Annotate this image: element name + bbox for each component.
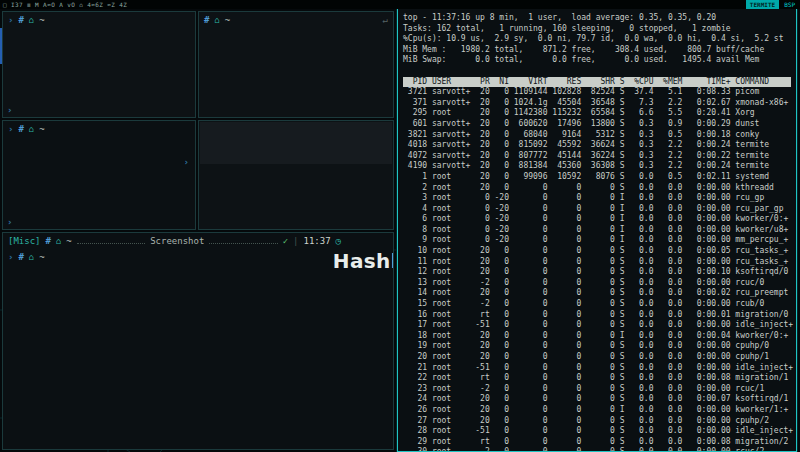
process-row: 295 root 20 0 1142380 115232 65584 S 6.6…	[403, 108, 791, 119]
top-terminal-window[interactable]: top - 11:37:16 up 8 min, 1 user, load av…	[397, 8, 797, 452]
process-row: 20 root 20 0 0 0 0 S 0.0 0.0 0:00.00 cpu…	[403, 352, 791, 363]
prompt-arrow-icon: ›	[184, 157, 189, 167]
process-row: 11 root 20 0 0 0 0 S 0.0 0.0 0:00.00 rcu…	[403, 257, 791, 268]
terminal-pane	[200, 122, 392, 164]
home-icon: ⌂	[56, 236, 61, 246]
process-row: 4018 sarvott+ 20 0 815092 45592 36624 S …	[403, 140, 791, 151]
clock-time: 11:37	[304, 236, 331, 246]
process-row: 2 root 20 0 0 0 0 S 0.0 0.0 0:00.00 kthr…	[403, 183, 791, 194]
process-row: 18 root 20 0 0 0 0 I 0.0 0.0 0:00.04 kwo…	[403, 331, 791, 342]
screen-edge-indicator	[0, 28, 2, 64]
process-row: 19 root 20 0 0 0 0 S 0.0 0.0 0:00.00 cpu…	[403, 341, 791, 352]
terminal-window-1[interactable]: › # ⌂ ~ ›	[2, 11, 196, 118]
clock-icon: ◷	[336, 236, 341, 246]
path-label: ~	[39, 252, 44, 262]
status-bar: □ I37 ≡ M A≈O A vO ⌂ 4≈6Z ≈Z 4Z TERMITE …	[0, 0, 800, 9]
prompt-arrow-icon: ›	[8, 124, 13, 134]
home-icon: ⌂	[29, 15, 34, 25]
process-row: 1 root 20 0 99096 10592 8076 S 0.0 0.5 0…	[403, 172, 791, 183]
process-row: 3821 sarvott+ 20 0 68040 9164 5312 S 0.3…	[403, 130, 791, 141]
status-left-text: □ I37 ≡ M A≈O A vO ⌂ 4≈6Z ≈Z 4Z	[3, 1, 127, 8]
path-label: ~	[66, 236, 71, 246]
prompt-arrow-icon: ›	[7, 105, 12, 115]
process-row: 13 root -2 0 0 0 0 S 0.0 0.0 0:00.00 rcu…	[403, 278, 791, 289]
prompt-arrow-icon: ›	[7, 217, 12, 227]
prompt-symbol: #	[46, 236, 51, 246]
wallpaper-watermark: Hashl	[333, 249, 394, 273]
prompt-arrow-icon: ›	[8, 15, 13, 25]
top-summary-line: top - 11:37:16 up 8 min, 1 user, load av…	[403, 13, 791, 24]
process-row: 14 root 20 0 0 0 0 S 0.0 0.0 0:00.02 rcu…	[403, 288, 791, 299]
process-row: 24 root 20 0 0 0 0 S 0.0 0.0 0:00.07 kso…	[403, 394, 791, 405]
process-row: 28 root -51 0 0 0 0 S 0.0 0.0 0:00.00 id…	[403, 426, 791, 437]
return-icon: ↵	[383, 15, 388, 25]
workspace-tag[interactable]: TERMITE	[746, 0, 779, 9]
process-row: 4072 sarvott+ 20 0 807772 45144 36224 S …	[403, 151, 791, 162]
process-row: 4 root 0 -20 0 0 0 I 0.0 0.0 0:00.00 rcu…	[403, 204, 791, 215]
path-label: ~	[39, 15, 44, 25]
process-row: 8 root 0 -20 0 0 0 I 0.0 0.0 0:00.00 kwo…	[403, 225, 791, 236]
process-row: 15 root -2 0 0 0 0 S 0.0 0.0 0:00.00 rcu…	[403, 299, 791, 310]
layout-label[interactable]: BSP	[784, 0, 797, 9]
process-row: 10 root 20 0 0 0 0 S 0.0 0.0 0:00.05 rcu…	[403, 246, 791, 257]
process-row: 23 root -2 0 0 0 0 S 0.0 0.0 0:00.00 rcu…	[403, 384, 791, 395]
process-row: 9 root 0 -20 0 0 0 I 0.0 0.0 0:00.00 mm_…	[403, 235, 791, 246]
process-row: 3 root 0 -20 0 0 0 I 0.0 0.0 0:00.00 rcu…	[403, 193, 791, 204]
prompt-filler-dots	[77, 243, 145, 244]
misc-tag: [Misc]	[8, 236, 41, 246]
shell-prompt: › # ⌂ ~	[3, 121, 195, 137]
process-row: 22 root rt 0 0 0 0 S 0.0 0.0 0:00.08 mig…	[403, 373, 791, 384]
top-table-header: PID USER PR NI VIRT RES SHR S %CPU %MEM …	[403, 77, 791, 88]
process-row: 21 root -51 0 0 0 0 S 0.0 0.0 0:00.00 id…	[403, 363, 791, 374]
process-row: 27 root 20 0 0 0 0 S 0.0 0.0 0:00.00 cpu…	[403, 416, 791, 427]
home-icon: ⌂	[214, 15, 219, 25]
command-label: Screenshot	[150, 236, 204, 246]
process-row: 3721 sarvott+ 20 0 1109144 102828 82524 …	[403, 87, 791, 98]
terminal-window-4[interactable]	[198, 120, 394, 230]
screenshot-prompt-line: [Misc] # ⌂ ~ Screenshot ✓ | 11:37 ◷	[3, 233, 393, 249]
prompt-symbol: #	[204, 15, 209, 25]
terminal-window-3[interactable]: › # ⌂ ~ › ›	[2, 120, 196, 230]
prompt-separator: |	[293, 236, 298, 246]
process-row: 601 sarvott+ 20 0 600620 17496 13800 S 0…	[403, 119, 791, 130]
process-row: 30 root -2 0 0 0 0 S 0.0 0.0 0:00.00 rcu…	[403, 447, 791, 452]
prompt-symbol: #	[18, 252, 23, 262]
process-row: 4190 sarvott+ 20 0 881384 45360 36308 S …	[403, 161, 791, 172]
top-summary: top - 11:37:16 up 8 min, 1 user, load av…	[403, 13, 791, 77]
home-icon: ⌂	[29, 124, 34, 134]
process-row: 12 root 20 0 0 0 0 S 0.0 0.0 0:00.10 kso…	[403, 267, 791, 278]
shell-prompt: # ⌂ ~ ↵	[199, 12, 393, 28]
path-label: ~	[225, 15, 230, 25]
process-row: 371 sarvott+ 20 0 1024.1g 45504 36548 S …	[403, 98, 791, 109]
process-row: 6 root 0 -20 0 0 0 I 0.0 0.0 0:00.00 kwo…	[403, 214, 791, 225]
process-row: 29 root rt 0 0 0 0 S 0.0 0.0 0:00.08 mig…	[403, 437, 791, 448]
top-summary-line: %Cpu(s): 10.9 us, 2.9 sy, 0.0 ni, 79.7 i…	[403, 34, 791, 45]
prompt-symbol: #	[18, 124, 23, 134]
top-summary-line: MiB Mem : 1980.2 total, 871.2 free, 308.…	[403, 45, 791, 56]
home-icon: ⌂	[29, 252, 34, 262]
process-row: 16 root rt 0 0 0 0 S 0.0 0.0 0:00.01 mig…	[403, 310, 791, 321]
desktop: □ I37 ≡ M A≈O A vO ⌂ 4≈6Z ≈Z 4Z TERMITE …	[0, 0, 800, 452]
prompt-symbol: #	[18, 15, 23, 25]
top-summary-line: Tasks: 162 total, 1 running, 160 sleepin…	[403, 24, 791, 35]
top-summary-line: MiB Swap: 0.0 total, 0.0 free, 0.0 used.…	[403, 55, 791, 66]
success-check-icon: ✓	[283, 236, 288, 246]
status-right: TERMITE BSP	[746, 0, 797, 9]
process-row: 17 root -51 0 0 0 0 S 0.0 0.0 0:00.00 id…	[403, 320, 791, 331]
path-label: ~	[39, 124, 44, 134]
process-row: 26 root 20 0 0 0 0 I 0.0 0.0 0:00.00 kwo…	[403, 405, 791, 416]
shell-prompt: › # ⌂ ~	[3, 12, 195, 28]
prompt-arrow-icon: ›	[8, 252, 13, 262]
terminal-window-5[interactable]: [Misc] # ⌂ ~ Screenshot ✓ | 11:37 ◷ › # …	[2, 232, 394, 450]
blank-line	[403, 66, 791, 77]
prompt-filler-dots	[209, 243, 277, 244]
top-process-table: PID USER PR NI VIRT RES SHR S %CPU %MEM …	[403, 77, 791, 452]
terminal-window-2[interactable]: # ⌂ ~ ↵	[198, 11, 394, 118]
